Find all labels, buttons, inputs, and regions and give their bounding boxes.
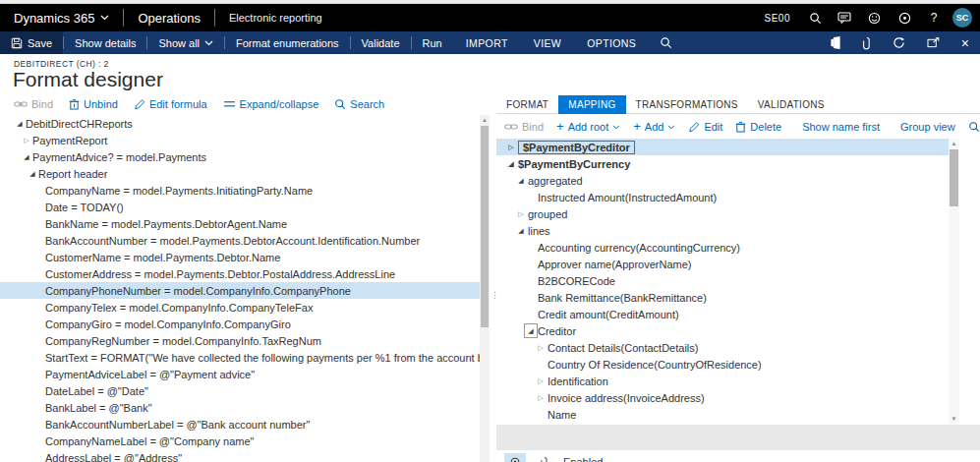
tree-row[interactable]: Creditor <box>496 322 949 339</box>
tree-row[interactable]: BankLabel = @"Bank" <box>0 399 480 416</box>
expander-icon[interactable] <box>514 177 528 185</box>
tree-row[interactable]: Identification <box>496 373 949 389</box>
show-all-dropdown[interactable]: Show all <box>147 31 224 54</box>
expand-collapse-button[interactable]: Expand/collapse <box>223 98 319 110</box>
tree-row[interactable]: B2BCORECode <box>496 272 949 289</box>
pane-splitter[interactable]: ⋮ <box>490 54 496 462</box>
scroll-down-icon[interactable]: ▼ <box>949 414 959 424</box>
tree-row-selected[interactable]: CompanyPhoneNumber = model.CompanyInfo.C… <box>0 282 480 299</box>
edit-formula-button[interactable]: Edit formula <box>134 98 207 110</box>
tree-row[interactable]: BankAccountNumber = model.Payments.Debto… <box>0 232 480 249</box>
tree-row[interactable]: Credit amount(CreditAmount) <box>496 306 949 322</box>
actionbar-search-icon[interactable] <box>649 31 683 54</box>
tree-row[interactable]: $PaymentByCurrency <box>496 155 949 172</box>
settings-icon[interactable] <box>890 4 919 31</box>
tab-format[interactable]: FORMAT <box>496 95 558 114</box>
add-dropdown[interactable]: + Add <box>633 121 675 133</box>
tab-validations[interactable]: VALIDATIONS <box>748 95 835 114</box>
search-icon[interactable] <box>800 4 830 31</box>
tree-row[interactable]: BankName = model.Payments.DebtorAgent.Na… <box>0 215 480 232</box>
tree-row[interactable]: StartText = FORMAT("We have collected th… <box>0 349 480 366</box>
tree-row[interactable]: Approver name(ApproverName) <box>496 256 949 272</box>
tree-row[interactable]: Bank Remittance(BankRemittance) <box>496 289 949 306</box>
view-menu[interactable]: VIEW <box>521 31 574 54</box>
avatar[interactable]: SC <box>952 8 972 28</box>
tree-row[interactable]: CompanyGiro = model.CompanyInfo.CompanyG… <box>0 316 480 332</box>
footer-link-icon[interactable] <box>534 453 555 462</box>
feedback-icon[interactable] <box>830 4 859 31</box>
product-menu[interactable]: Dynamics 365 <box>0 4 123 31</box>
expander-icon[interactable] <box>524 323 538 338</box>
tree-row[interactable]: Name <box>496 406 949 423</box>
mapping-search-button[interactable]: Search <box>968 121 980 133</box>
edit-button[interactable]: Edit <box>688 121 722 133</box>
tree-row[interactable]: grouped <box>496 205 949 222</box>
scrollbar-thumb[interactable] <box>481 126 489 327</box>
app-name[interactable]: Operations <box>124 4 214 31</box>
validate-button[interactable]: Validate <box>351 31 411 54</box>
expander-icon[interactable] <box>534 344 548 352</box>
tree-row[interactable]: PaymentAdviceLabel = @"Payment advice" <box>0 366 480 382</box>
tree-row[interactable]: PaymentReport <box>0 132 480 148</box>
mapping-bind-button[interactable]: Bind <box>504 121 544 133</box>
run-button[interactable]: Run <box>412 31 453 54</box>
scroll-up-icon[interactable]: ▲ <box>480 115 490 125</box>
refresh-icon[interactable] <box>882 31 916 54</box>
tree-row[interactable]: AddressLabel = @"Address" <box>0 449 480 462</box>
tree-row[interactable]: Date = TODAY() <box>0 199 480 215</box>
expander-icon[interactable] <box>21 153 32 161</box>
tree-row[interactable]: PaymentAdvice? = model.Payments <box>0 148 480 165</box>
expander-icon[interactable] <box>504 160 518 168</box>
show-details-button[interactable]: Show details <box>64 31 146 54</box>
show-name-first-toggle[interactable]: Show name first <box>802 121 880 133</box>
left-tree-scrollbar[interactable]: ▲ <box>480 115 490 462</box>
bind-button[interactable]: Bind <box>14 98 53 110</box>
help-icon[interactable]: ? <box>919 4 949 31</box>
tree-row[interactable]: DebitDirectCHReports <box>0 115 480 132</box>
expander-icon[interactable] <box>504 144 518 151</box>
footer-settings-icon[interactable] <box>504 453 526 462</box>
tree-row[interactable]: Report header <box>0 165 480 182</box>
mapping-tree-scrollbar[interactable]: ▲ ▼ <box>949 139 959 424</box>
tab-mapping[interactable]: MAPPING <box>558 95 625 114</box>
tree-row[interactable]: CustomerAddress = model.Payments.Debtor.… <box>0 265 480 282</box>
add-root-dropdown[interactable]: + Add root <box>556 121 620 133</box>
attach-icon[interactable] <box>852 31 882 54</box>
tree-row[interactable]: Invoice address(InvoiceAddress) <box>496 389 949 406</box>
expander-icon[interactable] <box>514 210 528 218</box>
expander-icon[interactable] <box>14 120 26 128</box>
tree-row[interactable]: aggregated <box>496 172 949 189</box>
expander-icon[interactable] <box>27 170 38 178</box>
group-view-toggle[interactable]: Group view <box>900 121 955 133</box>
tree-row[interactable]: CompanyName = model.Payments.InitiatingP… <box>0 182 480 199</box>
tree-row[interactable]: CompanyTelex = model.CompanyInfo.Company… <box>0 299 480 316</box>
tree-row[interactable]: Country Of Residence(CountryOfResidence) <box>496 356 949 373</box>
tree-row[interactable]: Instructed Amount(InstructedAmount) <box>496 189 949 205</box>
tree-row[interactable]: BankAccountNumberLabel = @"Bank account … <box>0 416 480 433</box>
expander-icon[interactable] <box>21 137 32 144</box>
tree-row[interactable]: lines <box>496 222 949 239</box>
tree-row[interactable]: Accounting currency(AccountingCurrency) <box>496 239 949 256</box>
unbind-button[interactable]: Unbind <box>69 98 118 110</box>
expander-icon[interactable] <box>534 377 548 385</box>
tree-row-selected[interactable]: $PaymentByCreditor <box>496 139 949 155</box>
scrollbar-thumb[interactable] <box>950 149 958 206</box>
expander-icon[interactable] <box>534 394 548 402</box>
close-icon[interactable]: × <box>951 31 980 54</box>
scroll-up-icon[interactable]: ▲ <box>949 139 959 148</box>
format-enumerations-button[interactable]: Format enumerations <box>225 31 350 54</box>
tab-transformations[interactable]: TRANSFORMATIONS <box>626 95 748 114</box>
open-in-new-window-icon[interactable] <box>916 31 951 54</box>
delete-button[interactable]: Delete <box>735 121 781 133</box>
tree-row[interactable]: DateLabel = @"Date" <box>0 382 480 399</box>
left-search-button[interactable]: Search <box>334 98 384 110</box>
smiley-feedback-icon[interactable] <box>859 4 889 31</box>
tree-row[interactable]: CustomerName = model.Payments.Debtor.Nam… <box>0 249 480 265</box>
tree-row[interactable]: CompanyRegNumber = model.CompanyInfo.Tax… <box>0 332 480 349</box>
save-button[interactable]: Save <box>0 31 63 54</box>
tree-row[interactable]: CompanyNameLabel = @"Company name" <box>0 433 480 449</box>
office-icon[interactable] <box>819 31 852 54</box>
import-menu[interactable]: IMPORT <box>453 31 521 54</box>
tree-row[interactable]: Contact Details(ContactDetails) <box>496 339 949 356</box>
expander-icon[interactable] <box>514 227 528 235</box>
